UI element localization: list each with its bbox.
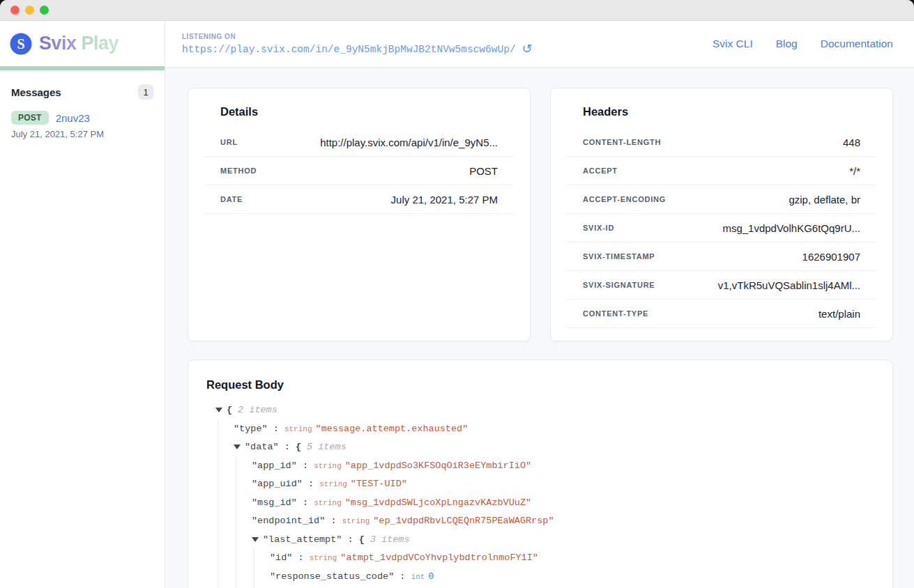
zoom-window-button[interactable]	[40, 6, 49, 15]
json-string-value: ep_1vdpdRbvLCQEQnR75PEaWAGRrsp	[373, 516, 554, 526]
macos-titlebar	[0, 0, 914, 21]
json-string-value: message.attempt.exhausted	[316, 424, 469, 434]
json-key: msg_id	[252, 497, 314, 508]
brand-primary: Svix	[39, 33, 77, 54]
json-line-last-attempt: last_attempt{3 items	[252, 531, 874, 550]
json-key: id	[270, 552, 310, 563]
json-last-attempt-group: idstringatmpt_1vdpdVCoYhvplybdtrolnmoFY1…	[254, 549, 874, 588]
row-value: July 21, 2021, 5:27 PM	[391, 194, 498, 206]
close-window-button[interactable]	[10, 6, 20, 15]
row-label: URL	[220, 138, 238, 146]
row-value: POST	[469, 165, 498, 177]
json-items-count: 2 items	[238, 405, 277, 415]
json-type-label: string	[314, 499, 342, 507]
collapse-caret-icon[interactable]	[234, 444, 241, 449]
nav-link-documentation[interactable]: Documentation	[821, 38, 893, 50]
row-label: METHOD	[220, 167, 257, 175]
json-type-label: string	[314, 462, 342, 470]
json-line-type: typestringmessage.attempt.exhausted	[234, 420, 874, 439]
json-line-data: data{5 items	[234, 438, 874, 457]
details-row-method: METHOD POST	[204, 157, 514, 185]
collapse-caret-icon[interactable]	[252, 537, 259, 542]
svix-play-logo[interactable]: S Svix Play	[0, 21, 165, 66]
json-data-group: app_idstringapp_1vdpdSo3KFSOqOiR3eEYmbir…	[236, 457, 874, 588]
row-label: CONTENT-TYPE	[583, 309, 648, 318]
json-line-app-uid: app_uidstringTEST-UID	[252, 475, 874, 494]
json-int-value: 0	[428, 571, 434, 582]
row-label: SVIX-ID	[583, 224, 614, 232]
app-window: S Svix Play Messages 1 POST 2nuv23 July …	[0, 0, 914, 588]
json-key: response_status_code	[270, 571, 411, 582]
row-label: ACCEPT-ENCODING	[583, 195, 666, 203]
refresh-url-icon[interactable]: ↺	[522, 42, 533, 55]
brand-name: Svix Play	[39, 33, 119, 54]
row-value: gzip, deflate, br	[789, 194, 860, 206]
json-string-value: TEST-UID	[351, 479, 407, 489]
json-line-msg-id: msg_idstringmsg_1vdpdSWLjcoXpLngazvKAzbV…	[252, 494, 874, 513]
details-row-url: URL http://play.svix.com/api/v1/in/e_9yN…	[204, 128, 514, 157]
json-string-value: msg_1vdpdSWLjcoXpLngazvKAzbVUuZ	[345, 497, 531, 508]
json-root-group: typestringmessage.attempt.exhausted data…	[218, 420, 874, 588]
row-value: 1626901907	[802, 251, 860, 263]
json-line-app-id: app_idstringapp_1vdpdSo3KFSOqOiR3eEYmbir…	[252, 457, 874, 476]
json-type-label: string	[319, 480, 347, 488]
row-value: text/plain	[818, 308, 860, 320]
row-label: ACCEPT	[583, 167, 618, 175]
headers-row-svix-timestamp: SVIX-TIMESTAMP 1626901907	[567, 242, 876, 271]
row-label: SVIX-TIMESTAMP	[583, 252, 655, 261]
json-key: type	[234, 424, 284, 434]
row-value: */*	[849, 165, 860, 177]
nav-link-blog[interactable]: Blog	[776, 38, 798, 50]
row-value: 448	[843, 137, 860, 148]
headers-card-title: Headers	[583, 105, 860, 118]
request-body-card: Request Body {2 items typestringmessage.…	[188, 359, 893, 588]
json-open-brace: {	[359, 534, 365, 545]
messages-title: Messages	[11, 86, 61, 98]
message-list-item[interactable]: POST 2nuv23 July 21, 2021, 5:27 PM	[0, 108, 165, 139]
row-value: http://play.svix.com/api/v1/in/e_9yN5...	[320, 137, 498, 148]
minimize-window-button[interactable]	[25, 6, 34, 15]
json-string-value: app_1vdpdSo3KFSOqOiR3eEYmbirIiO	[345, 461, 531, 471]
listening-on-label: LISTENING ON	[182, 33, 533, 40]
message-id-link[interactable]: 2nuv23	[56, 112, 90, 124]
row-label: DATE	[220, 195, 243, 203]
topbar: LISTENING ON https://play.svix.com/in/e_…	[165, 21, 914, 68]
message-date: July 21, 2021, 5:27 PM	[11, 129, 153, 139]
headers-row-svix-id: SVIX-ID msg_1vdpdVolhKG6tQq9rU...	[567, 214, 876, 242]
details-card: Details URL http://play.svix.com/api/v1/…	[188, 88, 531, 341]
sidebar: S Svix Play Messages 1 POST 2nuv23 July …	[0, 21, 165, 588]
json-type-label: string	[310, 554, 337, 562]
json-key: last_attempt	[263, 534, 359, 545]
headers-row-accept: ACCEPT */*	[567, 157, 876, 185]
listening-on-block: LISTENING ON https://play.svix.com/in/e_…	[182, 33, 533, 56]
request-body-title: Request Body	[206, 378, 874, 392]
row-value: msg_1vdpdVolhKG6tQq9rU...	[722, 222, 860, 234]
json-key: app_uid	[252, 479, 319, 489]
headers-row-content-type: CONTENT-TYPE text/plain	[567, 300, 876, 328]
json-items-count: 5 items	[307, 442, 346, 452]
json-line-response-status-code: response_status_codeint0	[270, 568, 874, 587]
row-label: CONTENT-LENGTH	[583, 138, 661, 146]
json-line-id: idstringatmpt_1vdpdVCoYhvplybdtrolnmoFY1…	[270, 549, 874, 568]
json-items-count: 3 items	[370, 534, 410, 545]
json-open-brace: {	[296, 442, 301, 452]
json-key: app_id	[252, 461, 314, 471]
messages-header: Messages 1	[0, 70, 165, 108]
details-row-date: DATE July 21, 2021, 5:27 PM	[204, 185, 514, 214]
json-key: data	[245, 442, 296, 452]
json-string-value: atmpt_1vdpdVCoYhvplybdtrolnmoFY1I	[340, 552, 538, 563]
headers-row-svix-signature: SVIX-SIGNATURE v1,vTkR5uVQSablin1slj4AMl…	[567, 271, 876, 300]
method-badge: POST	[11, 111, 49, 125]
listening-url[interactable]: https://play.svix.com/in/e_9yN5mkjBpMwJB…	[182, 44, 516, 55]
collapse-caret-icon[interactable]	[215, 408, 222, 412]
headers-row-content-length: CONTENT-LENGTH 448	[567, 128, 876, 157]
json-tree-viewer: {2 items typestringmessage.attempt.exhau…	[206, 401, 874, 588]
details-card-title: Details	[220, 105, 498, 118]
main-content: Details URL http://play.svix.com/api/v1/…	[165, 68, 914, 588]
svg-text:S: S	[17, 36, 24, 52]
headers-card: Headers CONTENT-LENGTH 448 ACCEPT */* AC…	[550, 88, 893, 341]
row-label: SVIX-SIGNATURE	[583, 281, 655, 289]
json-key: endpoint_id	[252, 516, 342, 526]
nav-link-svix-cli[interactable]: Svix CLI	[713, 38, 753, 50]
brand-secondary: Play	[82, 33, 119, 54]
